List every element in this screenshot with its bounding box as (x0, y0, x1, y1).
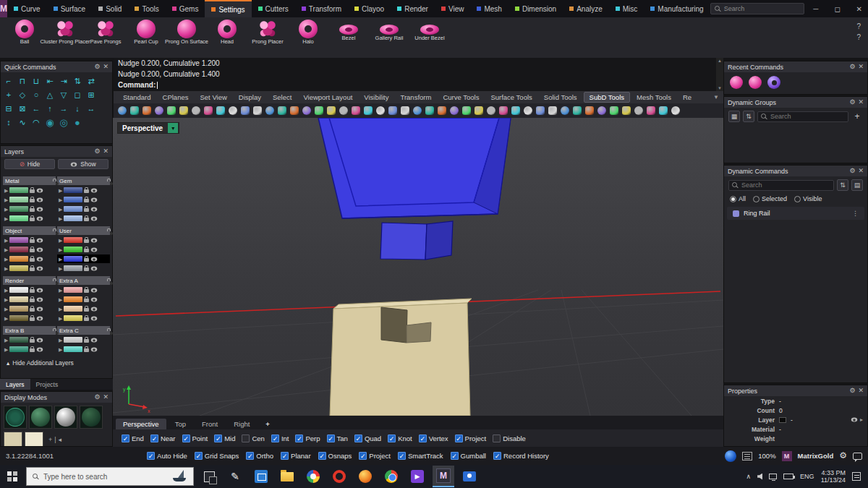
toolbar-icon[interactable] (216, 106, 225, 115)
sort-icon[interactable]: ⇅ (837, 179, 848, 191)
toolbar-icon[interactable] (241, 106, 250, 115)
lock-icon[interactable] (30, 267, 35, 271)
quick-command-icon[interactable]: ⊠ (17, 103, 28, 114)
layer-color-swatch[interactable] (9, 315, 28, 321)
osnap-mid[interactable]: ✓Mid (214, 435, 235, 442)
expand-icon[interactable]: ▶ (4, 297, 8, 302)
checkbox-icon[interactable]: ✓ (359, 452, 367, 460)
gear-icon[interactable]: ⚙ (94, 394, 100, 401)
taskbar-search-input[interactable] (43, 473, 167, 481)
menu-tools[interactable]: Tools (128, 0, 165, 17)
toolbar-icon[interactable] (167, 106, 176, 115)
lock-icon[interactable] (30, 189, 35, 193)
layer-color-swatch[interactable] (9, 197, 28, 202)
lock-icon[interactable] (30, 258, 35, 262)
eye-icon[interactable] (91, 247, 98, 252)
toolbar-icon[interactable] (302, 106, 311, 115)
lock-icon[interactable] (84, 308, 89, 312)
layer-row[interactable]: ▶ (3, 295, 56, 304)
quick-command-icon[interactable]: ⇅ (72, 75, 83, 87)
checkbox-icon[interactable]: ✓ (150, 435, 158, 442)
ink-pen-icon[interactable] (224, 466, 246, 487)
layer-row[interactable]: ▶ (57, 304, 110, 313)
quick-command-icon[interactable]: ◇ (17, 89, 28, 100)
radio-icon[interactable] (753, 196, 760, 202)
toolbar-icon[interactable] (425, 106, 434, 115)
expand-icon[interactable]: ▶ (4, 247, 8, 252)
jewelry-tool-pearl-cup[interactable]: Pearl Cup (126, 20, 166, 45)
layer-row[interactable]: ▶ (3, 286, 56, 294)
chevron-up-icon[interactable]: ∧ (746, 473, 752, 480)
toggle-project[interactable]: ✓Project (359, 452, 391, 460)
layer-color-swatch[interactable] (64, 287, 82, 293)
layer-color-swatch[interactable] (64, 215, 82, 221)
expand-icon[interactable]: ▶ (4, 347, 8, 352)
menu-manufacturing[interactable]: Manufacturing (644, 0, 710, 17)
lock-icon[interactable] (30, 208, 35, 212)
layer-color-swatch[interactable] (64, 256, 82, 262)
menu-clayoo[interactable]: Clayoo (348, 0, 391, 17)
jewelry-tool-halo[interactable]: Halo (288, 20, 328, 45)
toggle-planar[interactable]: ✓Planar (281, 452, 310, 460)
quick-command-icon[interactable]: → (58, 103, 69, 114)
toolbar-icon[interactable] (179, 106, 188, 115)
eye-icon[interactable] (37, 307, 43, 311)
jewelry-tool-prong-placer[interactable]: Prong Placer (247, 20, 288, 45)
layer-color-swatch[interactable] (64, 296, 82, 302)
help-icon[interactable]: ? (856, 33, 861, 41)
eye-icon[interactable] (91, 207, 98, 211)
toolbar-tab-display[interactable]: Display (234, 93, 266, 102)
layer-row[interactable]: ▶ (3, 314, 56, 322)
layer-color-swatch[interactable] (9, 287, 28, 293)
eye-icon[interactable] (37, 188, 43, 192)
eye-icon[interactable] (91, 197, 98, 202)
layer-color-swatch[interactable] (9, 215, 28, 221)
toolbar-tab-set-view[interactable]: Set View (195, 93, 231, 102)
layer-color-swatch[interactable] (9, 237, 28, 243)
command-item-ring-rail[interactable]: Ring Rail⋮ (727, 207, 864, 220)
layer-row[interactable]: ▶ (3, 236, 56, 244)
eye-icon[interactable] (37, 338, 43, 342)
checkbox-icon[interactable]: ✓ (182, 435, 190, 442)
recent-command-gem-pink-icon[interactable] (749, 76, 762, 89)
viewport-canvas[interactable]: y x (113, 118, 723, 416)
checkbox-icon[interactable]: ✓ (419, 435, 427, 442)
layer-swatch[interactable] (779, 417, 786, 423)
layer-row[interactable]: ▶ (57, 295, 110, 304)
gear-icon[interactable]: ⚙ (849, 99, 855, 106)
toolbar-icon[interactable] (315, 106, 323, 115)
layer-row[interactable]: ▶ (57, 254, 110, 263)
expand-icon[interactable]: ▸ (860, 416, 863, 423)
network-icon[interactable] (769, 474, 777, 479)
menu-view[interactable]: View (435, 0, 471, 17)
menu-curve[interactable]: Curve (7, 0, 47, 17)
layer-color-swatch[interactable] (64, 306, 82, 312)
toolbar-icon[interactable] (290, 106, 299, 115)
toolbar-icon[interactable] (634, 106, 643, 115)
expand-icon[interactable]: ▶ (59, 207, 62, 212)
sort-icon[interactable]: ⇅ (743, 111, 754, 122)
expand-icon[interactable]: ▶ (59, 316, 62, 321)
quick-command-icon[interactable]: ◉ (44, 116, 56, 128)
radio-icon[interactable] (794, 196, 801, 202)
add-icon[interactable]: + (48, 436, 52, 443)
menu-transform[interactable]: Transform (295, 0, 348, 17)
eye-icon[interactable] (37, 347, 43, 351)
checkbox-icon[interactable] (493, 435, 501, 442)
close-button[interactable]: ✕ (849, 0, 868, 17)
toggle-grid-snaps[interactable]: ✓Grid Snaps (195, 452, 239, 460)
lock-icon[interactable] (84, 339, 89, 343)
toolbar-icon[interactable] (585, 106, 594, 115)
toolbar-icon[interactable] (278, 106, 286, 115)
toolbar-icon[interactable] (671, 106, 680, 115)
eye-icon[interactable] (91, 238, 98, 242)
lock-icon[interactable] (30, 249, 35, 252)
eye-icon[interactable] (37, 257, 43, 261)
menu-cutters[interactable]: Cutters (252, 0, 295, 17)
quick-command-icon[interactable]: ⇤ (44, 75, 56, 87)
group-search-input[interactable] (770, 113, 845, 120)
toolbar-icon[interactable] (475, 106, 483, 115)
language-label[interactable]: ENG (800, 473, 814, 480)
layer-group-gem[interactable]: Gem (57, 176, 110, 185)
layer-row[interactable]: ▶ (57, 314, 110, 322)
